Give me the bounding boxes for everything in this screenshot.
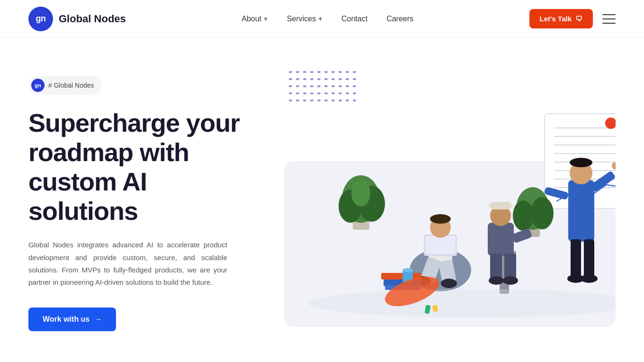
svg-point-52 [570,158,592,167]
svg-point-22 [531,197,554,229]
yellow-shape [432,305,438,312]
arrow-icon: → [94,315,102,324]
hero-badge: gn # Global Nodes [28,76,102,95]
hamburger-menu[interactable] [602,14,616,24]
svg-rect-38 [504,253,516,280]
nav-right: Let's Talk 🗨 [529,9,616,28]
hero-description: Global Nodes integrates advanced AI to a… [28,239,227,289]
svg-point-40 [503,276,518,285]
logo-name: Global Nodes [59,13,126,25]
nav-contact[interactable]: Contact [341,15,367,23]
svg-point-28 [441,279,457,288]
badge-label: # Global Nodes [48,81,94,89]
svg-rect-35 [488,223,514,256]
hero-section: gn # Global Nodes Supercharge your roadm… [0,38,644,360]
approach-section: Our Approach We've completely reinvented… [0,360,644,362]
svg-rect-30 [425,236,456,254]
hero-title: Supercharge your roadmap with custom AI … [28,108,260,226]
hero-illustration [260,66,616,341]
nav-services[interactable]: Services + [287,15,322,23]
navbar: gn Global Nodes About + Services + Conta… [0,0,644,38]
svg-rect-44 [568,180,594,242]
svg-rect-43 [491,202,510,209]
lets-talk-button[interactable]: Let's Talk 🗨 [529,9,593,28]
logo-link[interactable]: gn Global Nodes [28,7,126,31]
svg-point-21 [513,200,534,231]
nav-careers[interactable]: Careers [386,15,413,23]
svg-point-18 [351,180,370,207]
logo-icon: gn [28,7,53,31]
badge-logo: gn [31,79,45,92]
svg-rect-48 [584,239,594,277]
work-with-us-button[interactable]: Work with us → [28,308,116,331]
chat-icon: 🗨 [575,15,582,23]
svg-rect-37 [490,253,502,280]
hero-content: gn # Global Nodes Supercharge your roadm… [28,66,260,331]
office-scene [260,66,616,341]
green-shape [425,305,431,314]
svg-rect-47 [571,239,581,277]
svg-point-68 [402,268,413,272]
nav-links: About + Services + Contact Careers [242,15,413,23]
svg-point-39 [489,276,504,285]
svg-point-32 [430,214,451,224]
svg-point-50 [581,274,598,283]
nav-about[interactable]: About + [242,15,268,23]
